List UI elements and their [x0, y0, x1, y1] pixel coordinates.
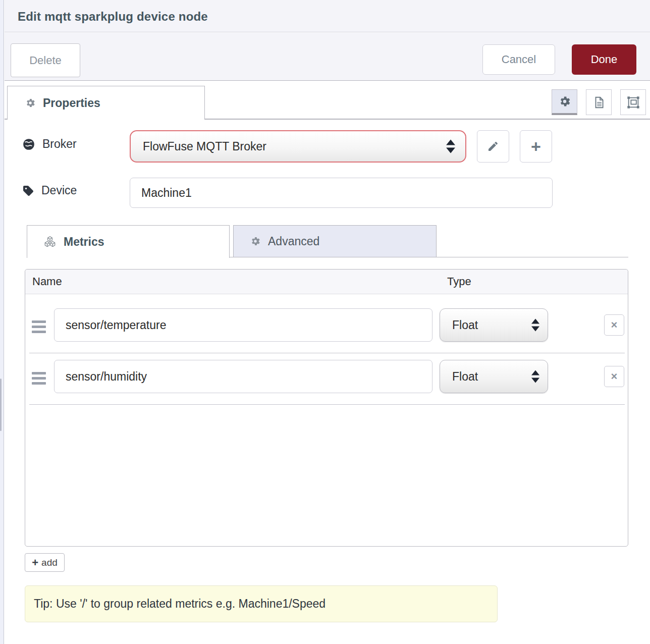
plus-icon: + [32, 557, 38, 568]
metric-row: Float × [25, 301, 628, 352]
tab-advanced-label: Advanced [268, 235, 319, 248]
done-button[interactable]: Done [572, 44, 636, 75]
tab-properties-label: Properties [43, 96, 100, 110]
pencil-icon [487, 140, 499, 152]
tab-properties[interactable]: Properties [7, 86, 205, 120]
metric-type-select[interactable]: Float [440, 360, 548, 393]
metric-type-value: Float [452, 370, 478, 384]
device-label: Device [41, 184, 77, 197]
broker-select[interactable]: FlowFuse MQTT Broker [130, 130, 466, 163]
metric-type-value: Float [452, 318, 478, 332]
broker-label-row: Broker [22, 137, 77, 151]
remove-metric-button[interactable]: × [604, 314, 624, 336]
metric-row: Float × [25, 353, 628, 403]
tab-metrics-label: Metrics [64, 235, 104, 249]
gear-icon [250, 236, 261, 247]
delete-button[interactable]: Delete [11, 43, 80, 77]
gear-icon [558, 95, 571, 108]
scrollbar-thumb[interactable] [0, 379, 2, 431]
document-icon [592, 96, 606, 109]
tip-text: Tip: Use '/' to group related metrics e.… [34, 597, 326, 611]
select-arrows-icon [531, 370, 539, 383]
edit-properties-button[interactable] [552, 89, 577, 115]
metrics-list-header: Name Type [25, 270, 628, 294]
metrics-list: Name Type Float × Float × [25, 269, 628, 547]
remove-metric-button[interactable]: × [604, 366, 624, 387]
tab-advanced[interactable]: Advanced [233, 225, 437, 257]
add-broker-button[interactable]: + [520, 130, 552, 163]
cubes-icon [43, 235, 57, 248]
row-divider [29, 404, 625, 405]
drag-handle-icon[interactable] [32, 317, 47, 336]
select-arrows-icon [531, 319, 539, 332]
group-selection-icon [626, 95, 640, 110]
plus-icon: + [531, 137, 541, 156]
gear-icon [25, 97, 36, 109]
select-arrows-icon [446, 140, 455, 153]
globe-icon [22, 138, 35, 151]
node-appearance-button[interactable] [620, 89, 646, 115]
metric-name-input[interactable] [54, 308, 432, 342]
add-metric-button[interactable]: + add [25, 553, 65, 572]
add-metric-label: add [41, 557, 58, 568]
tag-icon [22, 185, 34, 197]
column-header-name: Name [32, 275, 62, 288]
broker-select-value: FlowFuse MQTT Broker [143, 140, 266, 153]
workspace-edge [0, 0, 4, 644]
device-input[interactable] [130, 178, 553, 208]
drag-handle-icon[interactable] [32, 368, 47, 388]
edit-node-dialog: Edit mqtt sparkplug device node Delete C… [0, 0, 650, 644]
dialog-title: Edit mqtt sparkplug device node [18, 10, 208, 24]
edit-description-button[interactable] [586, 89, 612, 115]
device-label-row: Device [22, 184, 77, 197]
broker-label: Broker [42, 137, 77, 151]
dialog-header: Edit mqtt sparkplug device node [5, 0, 650, 32]
column-header-type: Type [447, 275, 471, 288]
tip-banner: Tip: Use '/' to group related metrics e.… [25, 585, 498, 622]
cancel-button[interactable]: Cancel [482, 44, 555, 75]
metric-type-select[interactable]: Float [440, 308, 548, 342]
edit-broker-button[interactable] [477, 130, 509, 163]
tab-metrics[interactable]: Metrics [27, 225, 230, 258]
metric-name-input[interactable] [54, 360, 432, 393]
